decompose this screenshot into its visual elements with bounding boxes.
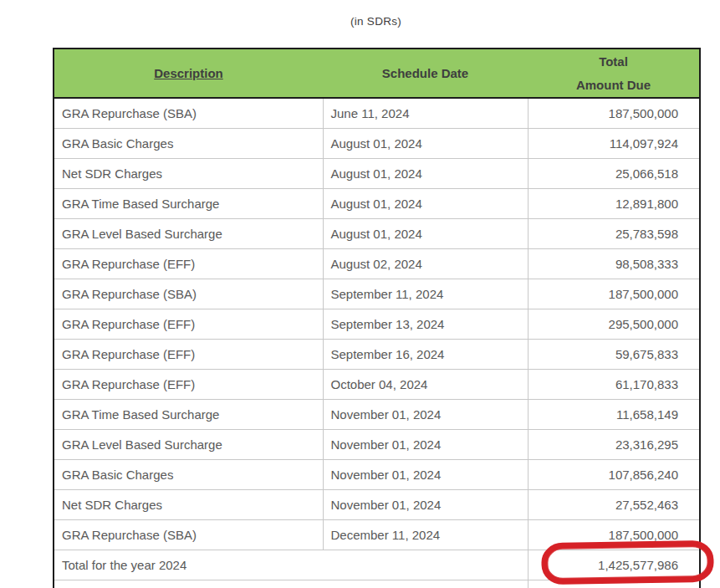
row-schedule-date-cell: October 04, 2024 [323, 370, 528, 400]
table-row: GRA Repurchase (SBA) December 11, 2024 1… [54, 520, 700, 550]
row-description-cell: GRA Repurchase (EFF) [54, 340, 323, 370]
row-schedule-date-cell: June 11, 2024 [323, 98, 528, 129]
row-description-cell: GRA Repurchase (SBA) [54, 279, 323, 309]
row-description-cell: GRA Repurchase (SBA) [54, 98, 323, 129]
row-amount-cell: 98,508,333 [528, 249, 700, 279]
row-schedule-date-cell: August 01, 2024 [323, 189, 528, 219]
payment-schedule-table: Description Schedule Date Total Amount D… [53, 48, 701, 588]
row-amount-cell: 23,316,295 [528, 430, 700, 460]
column-header-total-line2: Amount Due [528, 74, 699, 97]
row-description-cell: GRA Time Based Surcharge [54, 400, 323, 430]
table-row: GRA Time Based Surcharge August 01, 2024… [54, 189, 700, 219]
table-header: Description Schedule Date Total Amount D… [54, 49, 700, 98]
row-schedule-date-cell: August 01, 2024 [323, 219, 528, 249]
table-row: GRA Repurchase (SBA) June 11, 2024 187,5… [54, 98, 700, 129]
partial-next-row-amount [528, 580, 700, 588]
column-header-total-line1: Total [528, 50, 699, 74]
row-amount-cell: 187,500,000 [528, 279, 700, 309]
partial-next-row [54, 580, 700, 588]
column-header-description-label: Description [154, 66, 223, 80]
row-amount-cell: 61,170,833 [528, 370, 700, 400]
table-row: GRA Repurchase (EFF) September 16, 2024 … [54, 340, 700, 370]
partial-next-row-label [54, 580, 528, 588]
row-description-cell: GRA Basic Charges [54, 460, 323, 490]
table-row: GRA Time Based Surcharge November 01, 20… [54, 400, 700, 430]
table-row: Net SDR Charges August 01, 2024 25,066,5… [54, 159, 700, 189]
table-row: GRA Repurchase (EFF) October 04, 2024 61… [54, 370, 700, 400]
table-row: Net SDR Charges November 01, 2024 27,552… [54, 490, 700, 520]
row-schedule-date-cell: August 01, 2024 [323, 129, 528, 159]
row-amount-cell: 59,675,833 [528, 340, 700, 370]
row-schedule-date-cell: September 13, 2024 [323, 309, 528, 340]
table-row: GRA Level Based Surcharge August 01, 202… [54, 219, 700, 249]
row-schedule-date-cell: August 02, 2024 [323, 249, 528, 279]
row-amount-cell: 27,552,463 [528, 490, 700, 520]
column-header-schedule-date-label: Schedule Date [382, 66, 468, 80]
column-header-schedule-date: Schedule Date [323, 49, 528, 98]
row-amount-cell: 187,500,000 [528, 520, 700, 550]
row-description-cell: GRA Repurchase (SBA) [54, 520, 323, 550]
table-row: GRA Repurchase (SBA) September 11, 2024 … [54, 279, 700, 309]
total-row: Total for the year 2024 1,425,577,986 [54, 550, 700, 580]
row-schedule-date-cell: November 01, 2024 [323, 430, 528, 460]
row-description-cell: GRA Repurchase (EFF) [54, 370, 323, 400]
table-footer: Total for the year 2024 1,425,577,986 [54, 550, 700, 588]
table-row: GRA Repurchase (EFF) September 13, 2024 … [54, 309, 700, 340]
row-amount-cell: 25,066,518 [528, 159, 700, 189]
row-schedule-date-cell: September 16, 2024 [323, 340, 528, 370]
row-schedule-date-cell: November 01, 2024 [323, 400, 528, 430]
row-amount-cell: 187,500,000 [528, 98, 700, 129]
row-schedule-date-cell: September 11, 2024 [323, 279, 528, 309]
table-row: GRA Basic Charges August 01, 2024 114,09… [54, 129, 700, 159]
row-amount-cell: 114,097,924 [528, 129, 700, 159]
row-description-cell: GRA Level Based Surcharge [54, 219, 323, 249]
row-description-cell: GRA Basic Charges [54, 129, 323, 159]
row-schedule-date-cell: November 01, 2024 [323, 460, 528, 490]
row-description-cell: GRA Level Based Surcharge [54, 430, 323, 460]
row-amount-cell: 107,856,240 [528, 460, 700, 490]
page-title: (in SDRs) [53, 15, 699, 28]
row-amount-cell: 295,500,000 [528, 309, 700, 340]
row-amount-cell: 11,658,149 [528, 400, 700, 430]
row-schedule-date-cell: August 01, 2024 [323, 159, 528, 189]
table-row: GRA Repurchase (EFF) August 02, 2024 98,… [54, 249, 700, 279]
row-description-cell: GRA Time Based Surcharge [54, 189, 323, 219]
row-schedule-date-cell: November 01, 2024 [323, 490, 528, 520]
table-row: GRA Basic Charges November 01, 2024 107,… [54, 460, 700, 490]
row-amount-cell: 25,783,598 [528, 219, 700, 249]
table-row: GRA Level Based Surcharge November 01, 2… [54, 430, 700, 460]
row-description-cell: GRA Repurchase (EFF) [54, 249, 323, 279]
row-description-cell: Net SDR Charges [54, 159, 323, 189]
table-body: GRA Repurchase (SBA) June 11, 2024 187,5… [54, 98, 700, 550]
column-header-description[interactable]: Description [54, 49, 323, 98]
column-header-total-amount-due: Total Amount Due [528, 49, 700, 98]
row-description-cell: Net SDR Charges [54, 490, 323, 520]
row-schedule-date-cell: December 11, 2024 [323, 520, 528, 550]
total-row-amount: 1,425,577,986 [528, 550, 700, 580]
row-description-cell: GRA Repurchase (EFF) [54, 309, 323, 340]
row-amount-cell: 12,891,800 [528, 189, 700, 219]
total-row-label: Total for the year 2024 [54, 550, 528, 580]
